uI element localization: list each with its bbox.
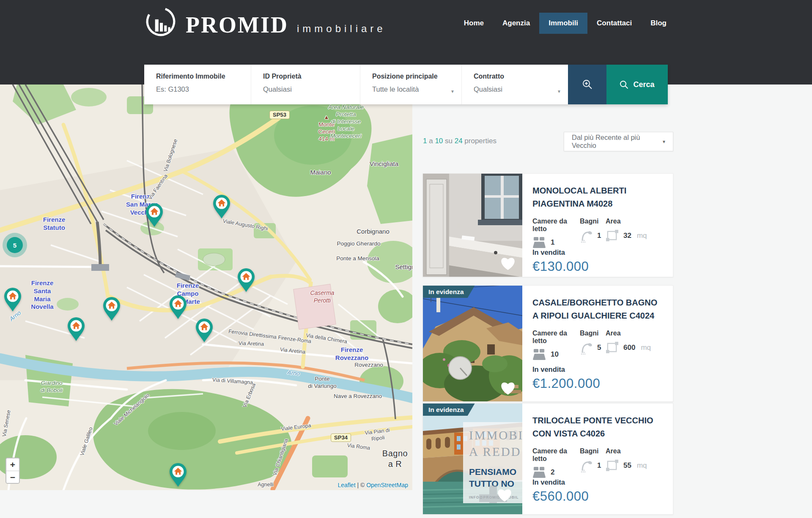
zoom-in-button[interactable]: + [6, 458, 19, 471]
favorite-heart-icon[interactable] [499, 380, 516, 395]
map-label: Arno [287, 369, 300, 377]
map-label: Firenze Statuto [43, 216, 66, 232]
photo-promo-overlay: IMMOBI A REDD PENSIAMO TUTTO NO INFO@PRO… [463, 422, 522, 503]
property-specs: Camere da letto 10 Bagni 5 [532, 330, 661, 360]
property-title[interactable]: MONOLOCAL ALBERTI PIAGENTINA M4028 [532, 184, 661, 210]
property-photo[interactable]: IMMOBI A REDD PENSIAMO TUTTO NO INFO@PRO… [423, 403, 522, 514]
area-icon [606, 459, 619, 472]
map-label: Viale Michelangiolo [113, 392, 151, 428]
property-card[interactable]: In evidenza [422, 403, 673, 515]
posizione-select[interactable]: Tutte le località [372, 85, 461, 93]
property-title[interactable]: CASALE/BORGHETTO BAGNO A RIPOLI GUALCHIE… [532, 296, 661, 322]
bedrooms-value: 1 [551, 238, 554, 247]
map-label: Settigna [395, 263, 412, 271]
bedrooms-label: Camere da letto [532, 447, 580, 463]
property-map-pin[interactable] [3, 287, 22, 312]
property-photo[interactable] [423, 174, 522, 277]
map-label: Via Chiantigiana [272, 438, 290, 476]
property-map-pin[interactable] [237, 268, 255, 292]
map-label: Firenze Rovezzano [335, 346, 368, 362]
map-label: Caserma Perotti [310, 289, 335, 304]
map-label: Via della Chimera [305, 333, 348, 346]
property-map-pin[interactable] [195, 318, 214, 343]
property-specs: Camere da letto 2 Bagni 1 [532, 447, 661, 478]
id-proprieta-value[interactable]: Qualsiasi [263, 85, 360, 93]
contratto-select[interactable]: Qualsiasi [474, 85, 568, 93]
zoom-plus-icon [582, 79, 593, 90]
logo-name: PROMID [186, 14, 288, 36]
cerca-button[interactable]: Cerca [606, 65, 668, 104]
bed-icon [532, 466, 546, 478]
chevron-down-icon: ▼ [662, 139, 666, 144]
field-id-proprieta[interactable]: ID Proprietà Qualsiasi [251, 65, 360, 104]
property-photo[interactable] [423, 286, 522, 401]
riferimento-input[interactable] [156, 85, 236, 93]
nav-contattaci[interactable]: Contattaci [597, 13, 632, 34]
property-map-pin[interactable] [67, 317, 85, 341]
sort-dropdown[interactable]: Dal più Recente al più Vecchio ▼ [564, 132, 673, 151]
bed-icon [532, 349, 546, 360]
map-cluster-marker[interactable]: 5 [3, 233, 27, 257]
favorite-heart-icon[interactable] [499, 256, 516, 271]
logo-building-icon [144, 5, 177, 38]
baths-label: Bagni [580, 218, 606, 225]
area-icon [606, 229, 619, 242]
map-label: Via Roma [347, 442, 370, 452]
map-overlays: SP53▲ Monte Ceceri 414 mArea Naturale Pr… [0, 85, 412, 490]
area-unit: mq [637, 461, 647, 470]
listing-status: In vendita [532, 478, 661, 486]
zoom-out-button[interactable]: − [6, 471, 19, 483]
nav-agenzia[interactable]: Agenzia [502, 13, 530, 34]
nav-immobili[interactable]: Immobili [539, 13, 587, 34]
nav-blog[interactable]: Blog [650, 13, 667, 34]
map-zoom-control: + − [5, 458, 20, 484]
map-label: Rovezzano [354, 362, 383, 369]
field-riferimento[interactable]: Riferimento Immobile [144, 65, 251, 104]
bedrooms-value: 2 [551, 468, 554, 477]
property-map-pin[interactable] [212, 194, 231, 219]
map-zoom-search-button[interactable] [568, 65, 606, 104]
overlay-serif-line: A REDD [469, 444, 522, 460]
featured-badge: In evidenza [423, 403, 475, 416]
field-contratto[interactable]: Contratto Qualsiasi ▼ [461, 65, 568, 104]
area-value: 600 [623, 344, 635, 352]
nav-home[interactable]: Home [464, 13, 484, 34]
baths-value: 1 [597, 461, 601, 470]
overlay-serif-line: IMMOBI [469, 427, 522, 444]
map-label: Vincigliata [370, 160, 398, 168]
property-map-pin[interactable] [102, 297, 121, 321]
listing-price: €1.200.000 [532, 376, 661, 391]
map-label: ▲ Monte Ceceri 414 m [318, 114, 335, 143]
openstreetmap-link[interactable]: OpenStreetMap [366, 482, 408, 488]
chevron-down-icon: ▼ [557, 89, 561, 94]
leaflet-link[interactable]: Leaflet [337, 482, 355, 488]
map-label: Agnelli [258, 482, 274, 488]
property-title[interactable]: TRILOCALE PONTE VECCHIO CON VISTA C4026 [532, 414, 661, 440]
property-map-pin[interactable] [169, 463, 187, 487]
baths-label: Bagni [580, 330, 606, 337]
map-label: Giardino di Boboli [41, 380, 63, 394]
featured-badge: In evidenza [423, 286, 475, 298]
map-label: Via Aretina [239, 340, 264, 348]
listing-status: In vendita [532, 365, 661, 374]
map-label: Via Erbosa [241, 382, 257, 409]
field-posizione[interactable]: Posizione principale Tutte le località ▼ [360, 65, 461, 104]
field-riferimento-label: Riferimento Immobile [156, 73, 251, 80]
map[interactable]: SP53▲ Monte Ceceri 414 mArea Naturale Pr… [0, 85, 412, 490]
logo-subtitle: immobiliare [297, 23, 386, 35]
map-label: Maiano [310, 169, 331, 177]
map-label: Viale Galileo [79, 426, 94, 456]
favorite-heart-icon[interactable] [496, 487, 513, 502]
property-card[interactable]: In evidenza [422, 285, 673, 402]
overlay-bold-line: PENSIAMO [469, 466, 522, 477]
logo[interactable]: PROMID immobiliare [144, 5, 386, 38]
property-card[interactable]: MONOLOCAL ALBERTI PIAGENTINA M4028 Camer… [422, 173, 673, 277]
property-specs: Camere da letto 1 Bagni 1 [532, 218, 661, 248]
results-count: 1 a 10 su 24 properties [423, 137, 497, 145]
area-unit: mq [641, 344, 651, 352]
property-map-pin[interactable] [169, 295, 187, 319]
property-map-pin[interactable] [145, 203, 164, 227]
sort-value: Dal più Recente al più Vecchio [572, 134, 662, 150]
listing-price: €560.000 [532, 489, 661, 504]
map-attribution: Leaflet | © OpenStreetMap [337, 482, 408, 488]
